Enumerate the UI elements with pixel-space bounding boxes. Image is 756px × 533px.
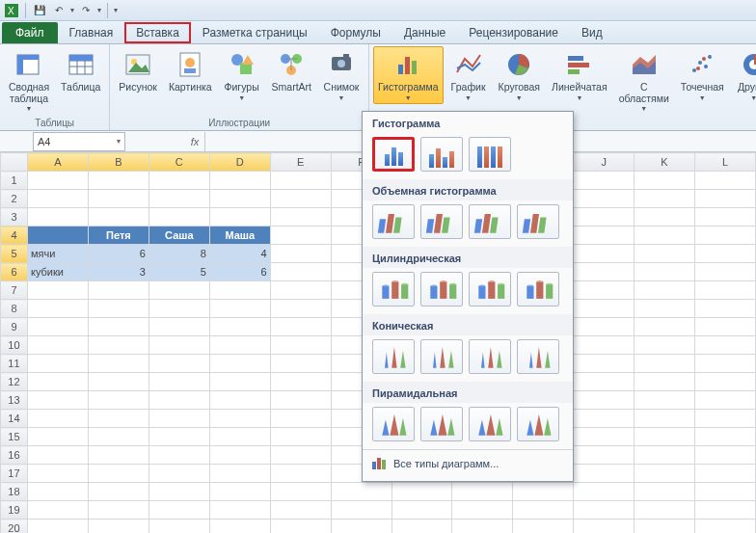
cell-A9[interactable] [27, 318, 88, 336]
chart-option[interactable] [372, 339, 415, 374]
cell-J14[interactable] [574, 410, 634, 428]
cell-I18[interactable] [513, 483, 574, 501]
cell-B8[interactable] [88, 300, 148, 318]
cell-E18[interactable] [270, 483, 331, 501]
cell-L6[interactable] [694, 263, 755, 281]
cell-I20[interactable] [513, 520, 574, 534]
cell-D19[interactable] [209, 501, 270, 520]
area-chart-button[interactable]: С областями▼ [614, 46, 674, 115]
cell-J6[interactable] [574, 263, 634, 281]
row-header-20[interactable]: 20 [1, 520, 28, 534]
cell-J8[interactable] [574, 300, 634, 318]
chart-option[interactable] [372, 272, 415, 306]
cell-D12[interactable] [209, 373, 270, 391]
cell-D17[interactable] [209, 465, 270, 483]
column-header-A[interactable]: A [27, 153, 88, 172]
cell-K1[interactable] [634, 172, 695, 190]
column-header-J[interactable]: J [574, 153, 634, 172]
cell-A13[interactable] [27, 391, 88, 410]
cell-L5[interactable] [694, 245, 755, 263]
cell-B4[interactable]: Петя [88, 227, 148, 245]
row-header-17[interactable]: 17 [1, 465, 28, 483]
cell-D14[interactable] [209, 410, 270, 428]
cell-D2[interactable] [209, 190, 270, 208]
cell-K4[interactable] [634, 227, 695, 245]
cell-E15[interactable] [270, 428, 331, 446]
chart-option[interactable] [469, 137, 511, 172]
row-header-2[interactable]: 2 [1, 190, 28, 208]
other-chart-button[interactable]: Другие▼ [731, 46, 756, 104]
cell-D11[interactable] [209, 355, 270, 373]
row-header-5[interactable]: 5 [1, 245, 28, 263]
cell-J17[interactable] [574, 465, 634, 483]
cell-B18[interactable] [88, 483, 148, 501]
chart-option[interactable] [420, 339, 463, 374]
cell-C16[interactable] [148, 446, 209, 465]
cell-A15[interactable] [27, 428, 88, 446]
cell-B3[interactable] [88, 208, 148, 227]
cell-A7[interactable] [27, 281, 88, 300]
cell-E17[interactable] [270, 465, 331, 483]
cell-D10[interactable] [209, 336, 270, 355]
cell-A17[interactable] [27, 465, 88, 483]
cell-J20[interactable] [574, 520, 634, 534]
cell-K3[interactable] [634, 208, 695, 227]
cell-K8[interactable] [634, 300, 695, 318]
cell-J5[interactable] [574, 245, 634, 263]
cell-C18[interactable] [148, 483, 209, 501]
row-header-4[interactable]: 4 [1, 227, 28, 245]
chart-option[interactable] [420, 137, 463, 172]
cell-L7[interactable] [694, 281, 755, 300]
cell-A1[interactable] [27, 172, 88, 190]
tab-данные[interactable]: Данные [392, 22, 457, 43]
cell-D9[interactable] [209, 318, 270, 336]
cell-A20[interactable] [27, 520, 88, 534]
cell-J1[interactable] [574, 172, 634, 190]
cell-B1[interactable] [88, 172, 148, 190]
row-header-12[interactable]: 12 [1, 373, 28, 391]
undo-icon[interactable]: ↶ [51, 3, 67, 18]
save-icon[interactable]: 💾 [32, 3, 47, 18]
cell-C6[interactable]: 5 [148, 263, 209, 281]
name-box-dropdown-icon[interactable]: ▾ [117, 137, 121, 146]
cell-L4[interactable] [694, 227, 755, 245]
column-header-C[interactable]: C [148, 153, 209, 172]
cell-E14[interactable] [270, 410, 331, 428]
chart-option[interactable] [372, 407, 415, 441]
cell-J9[interactable] [574, 318, 634, 336]
cell-L13[interactable] [694, 391, 755, 410]
row-header-13[interactable]: 13 [1, 391, 28, 410]
cell-J19[interactable] [574, 501, 634, 520]
column-header-K[interactable]: K [634, 153, 695, 172]
cell-B15[interactable] [88, 428, 148, 446]
cell-J7[interactable] [574, 281, 634, 300]
pivot-button[interactable]: Сводная таблица▼ [4, 46, 54, 115]
cell-A8[interactable] [27, 300, 88, 318]
cell-A10[interactable] [27, 336, 88, 355]
undo-dropdown-icon[interactable]: ▾ [70, 6, 74, 14]
cell-D15[interactable] [209, 428, 270, 446]
cell-C5[interactable]: 8 [148, 245, 209, 263]
cell-E9[interactable] [270, 318, 331, 336]
cell-K12[interactable] [634, 373, 695, 391]
row-header-8[interactable]: 8 [1, 300, 28, 318]
chart-option[interactable] [420, 204, 463, 239]
cell-K16[interactable] [634, 446, 695, 465]
cell-D20[interactable] [209, 520, 270, 534]
cell-J13[interactable] [574, 391, 634, 410]
chart-option[interactable] [420, 407, 463, 441]
cell-H18[interactable] [452, 483, 513, 501]
cell-D16[interactable] [209, 446, 270, 465]
row-header-14[interactable]: 14 [1, 410, 28, 428]
cell-K17[interactable] [634, 465, 695, 483]
cell-C13[interactable] [148, 391, 209, 410]
cell-K11[interactable] [634, 355, 695, 373]
column-header-L[interactable]: L [694, 153, 755, 172]
cell-K20[interactable] [634, 520, 695, 534]
cell-J4[interactable] [574, 227, 634, 245]
cell-A12[interactable] [27, 373, 88, 391]
cell-E13[interactable] [270, 391, 331, 410]
cell-D4[interactable]: Маша [209, 227, 270, 245]
bar-chart-button[interactable]: Линейчатая▼ [547, 46, 612, 104]
cell-L18[interactable] [694, 483, 755, 501]
